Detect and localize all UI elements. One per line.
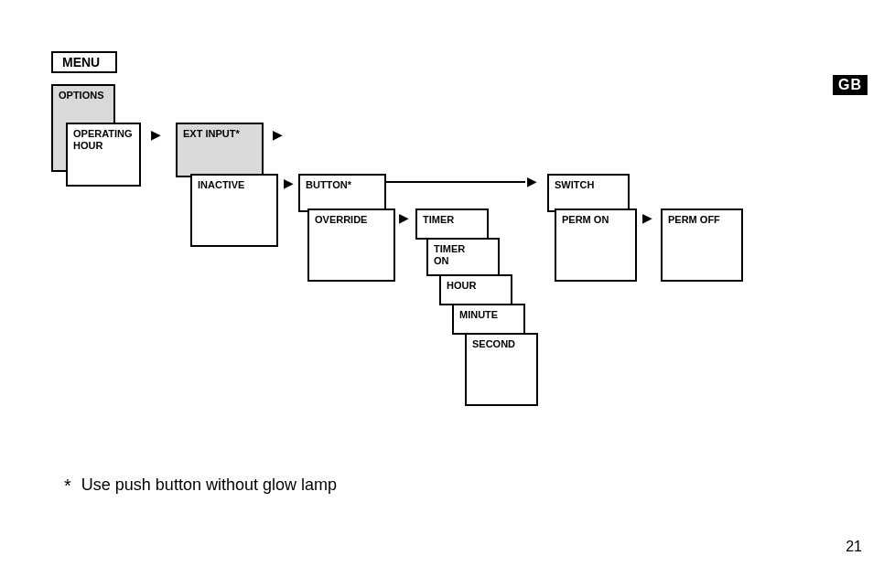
arrow-icon: ▶ (527, 175, 537, 187)
footnote-text: Use push button without glow lamp (81, 476, 337, 494)
button-box: BUTTON* (298, 174, 386, 212)
menu-box: MENU (51, 51, 117, 73)
arrow-icon: ▶ (642, 211, 652, 224)
minute-box: MINUTE (452, 304, 525, 335)
perm-off-box: PERM OFF (661, 208, 743, 282)
operating-hour-box: OPERATING HOUR (66, 123, 141, 187)
arrow-icon: ▶ (399, 211, 409, 224)
override-label: OVERRIDE (315, 214, 367, 225)
perm-off-label: PERM OFF (668, 214, 720, 225)
ext-input-label: EXT INPUT* (183, 128, 240, 139)
footnote-star: * (64, 476, 71, 496)
switch-box: SWITCH (547, 174, 630, 212)
timer-label: TIMER (423, 214, 454, 225)
footnote: * Use push button without glow lamp (64, 476, 337, 497)
timer-on-box: TIMER ON (426, 238, 500, 276)
operating-hour-l1: OPERATING (73, 128, 133, 139)
second-box: SECOND (465, 333, 538, 406)
inactive-box: INACTIVE (190, 174, 278, 247)
operating-hour-l2: HOUR (73, 140, 102, 151)
connector-line (386, 181, 525, 183)
diagram-page: GB MENU OPTIONS OPERATING HOUR ▶ EXT INP… (0, 0, 873, 588)
hour-box: HOUR (439, 274, 512, 305)
ext-input-box: EXT INPUT* (176, 123, 264, 177)
arrow-icon: ▶ (273, 128, 283, 141)
switch-label: SWITCH (555, 179, 594, 190)
menu-label: MENU (62, 55, 100, 69)
minute-label: MINUTE (459, 309, 498, 320)
inactive-label: INACTIVE (198, 179, 244, 190)
options-label: OPTIONS (59, 90, 104, 101)
arrow-icon: ▶ (284, 176, 294, 189)
hour-label: HOUR (447, 280, 476, 291)
page-number: 21 (846, 539, 862, 555)
arrow-icon: ▶ (151, 128, 161, 141)
perm-on-label: PERM ON (562, 214, 609, 225)
perm-on-box: PERM ON (555, 208, 637, 282)
timer-box: TIMER (415, 208, 489, 240)
language-badge: GB (833, 75, 868, 95)
timer-on-l1: TIMER (434, 243, 465, 254)
button-label: BUTTON* (306, 179, 351, 190)
timer-on-l2: ON (434, 255, 449, 266)
override-box: OVERRIDE (307, 208, 395, 282)
second-label: SECOND (472, 338, 515, 349)
